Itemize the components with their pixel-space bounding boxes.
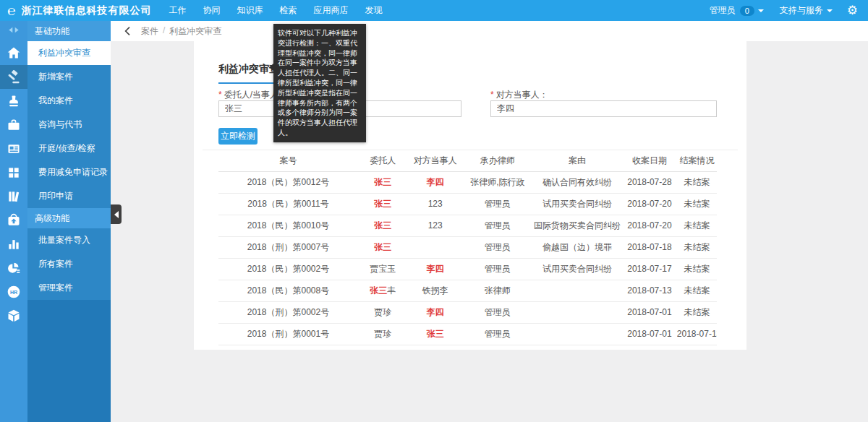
briefcase-icon[interactable] [0, 113, 27, 137]
sidebar-item[interactable]: 管理案件 [27, 276, 111, 300]
breadcrumb: 案件 / 利益冲突审查 [111, 21, 868, 41]
check-now-button[interactable]: 立即检测 [218, 128, 258, 145]
cube-icon[interactable] [0, 303, 27, 327]
sidebar-item[interactable]: 用印申请 [27, 184, 111, 208]
table-cell: 未结案 [677, 215, 717, 236]
support-label: 支持与服务 [780, 4, 823, 17]
table-cell: 贾珍 [358, 323, 408, 345]
table-cell: 2018-07-20 [622, 193, 677, 215]
hr-icon[interactable]: HR [0, 280, 27, 303]
sidebar-collapse-handle[interactable] [111, 204, 122, 224]
topbar: ℮ 浙江律联信息科技有限公司 工作协同知识库检索应用商店发现 管理员 0 支持与… [0, 0, 868, 21]
table-row[interactable]: 2018（民）第0002号贾宝玉李四管理员试用买卖合同纠纷2018-07-17未… [218, 258, 717, 280]
table-cell: 2018-07-01 [622, 301, 677, 323]
table-cell: 张三 [358, 193, 408, 215]
sidebar-item[interactable]: 费用减免申请记录 [27, 160, 111, 184]
table-cell: 试用买卖合同纠纷 [532, 193, 622, 215]
logo-icon: ℮ [7, 0, 15, 21]
sidebar-section-header[interactable]: 高级功能 [27, 208, 111, 228]
sidebar-menu: 基础功能利益冲突审查新增案件我的案件咨询与代书开庭/侦查/检察费用减免申请记录用… [27, 21, 111, 422]
column-header: 委托人 [358, 150, 408, 171]
table-header-row: 案号委托人对方当事人承办律师案由收案日期结案情况 [218, 150, 717, 171]
tooltip-arrow [269, 64, 273, 71]
required-mark: * [218, 90, 222, 100]
sidebar: HR 基础功能利益冲突审查新增案件我的案件咨询与代书开庭/侦查/检察费用减免申请… [0, 21, 111, 422]
home-icon[interactable] [0, 40, 27, 65]
table-row[interactable]: 2018（民）第0011号张三123管理员试用买卖合同纠纷2018-07-20未… [218, 193, 717, 215]
table-cell [532, 301, 622, 323]
stamp-icon[interactable] [0, 89, 27, 113]
table-cell: 未结案 [677, 171, 717, 193]
gear-icon[interactable]: ⚙ [847, 0, 858, 21]
table-cell: 2018（民）第0002号 [218, 258, 358, 280]
opposing-party-field-label: *对方当事人： [490, 89, 548, 101]
info-tooltip: 软件可对以下几种利益冲突进行检测：一、双重代理型利益冲突，同一律师在同一案件中为… [273, 24, 366, 142]
required-mark: * [490, 90, 494, 100]
table-row[interactable]: 2018（民）第0008号张三丰铁拐李张律师2018-07-13未结案 [218, 280, 717, 301]
topbar-menu: 工作协同知识库检索应用商店发现 [166, 0, 385, 21]
sidebar-item[interactable]: 我的案件 [27, 89, 111, 113]
table-cell: 管理员 [463, 323, 532, 345]
sidebar-item[interactable]: 利益冲突审查 [27, 41, 111, 65]
table-cell: 2018-07-20 [622, 215, 677, 236]
idcard-icon[interactable] [0, 137, 27, 160]
table-cell: 试用买卖合同纠纷 [532, 258, 622, 280]
opposing-party-input[interactable] [490, 100, 717, 117]
table-cell: 未结案 [677, 301, 717, 323]
sidebar-item[interactable]: 批量案件导入 [27, 228, 111, 252]
topbar-menu-item[interactable]: 检索 [276, 0, 299, 21]
books-icon[interactable] [0, 184, 27, 208]
table-cell: 管理员 [463, 301, 532, 323]
table-cell: 2018（民）第0010号 [218, 215, 358, 236]
user-name: 管理员 [710, 4, 736, 17]
sidebar-item[interactable]: 咨询与代书 [27, 113, 111, 137]
topbar-menu-item[interactable]: 工作 [166, 0, 189, 21]
table-row[interactable]: 2018（刑）第0007号张三管理员偷越国（边）境罪2018-07-18未结案 [218, 236, 717, 258]
svg-text:HR: HR [10, 289, 17, 295]
topbar-menu-item[interactable]: 发现 [362, 0, 385, 21]
table-cell [532, 280, 622, 301]
bar-chart-icon[interactable] [0, 232, 27, 256]
table-cell: 2018（刑）第0007号 [218, 236, 358, 258]
sidebar-item[interactable]: 所有案件 [27, 252, 111, 276]
company-title: 浙江律联信息科技有限公司 [21, 4, 151, 17]
chevron-left-icon [114, 211, 119, 218]
topbar-right: 管理员 0 支持与服务 ⚙ [710, 0, 858, 21]
topbar-menu-item[interactable]: 应用商店 [310, 0, 351, 21]
back-chevron-icon[interactable] [122, 25, 134, 37]
topbar-menu-item[interactable]: 协同 [200, 0, 223, 21]
table-cell [408, 236, 463, 258]
table-cell [532, 323, 622, 345]
pie-report-icon[interactable] [0, 256, 27, 280]
table-cell: 未结案 [677, 193, 717, 215]
table-cell: 2018-07-01 [622, 323, 677, 345]
collapse-icon[interactable] [0, 21, 27, 40]
sidebar-section-header[interactable]: 基础功能 [27, 21, 111, 41]
grid-icon[interactable] [0, 160, 27, 184]
support-menu[interactable]: 支持与服务 [780, 4, 833, 17]
sidebar-item[interactable]: 开庭/侦查/检察 [27, 137, 111, 160]
table-cell: 未结案 [677, 258, 717, 280]
table-cell: 2018-07-13 [622, 280, 677, 301]
table-row[interactable]: 2018（民）第0012号张三李四张律师,陈行政确认合同有效纠纷2018-07-… [218, 171, 717, 193]
table-cell: 张律师,陈行政 [463, 171, 532, 193]
table-row[interactable]: 2018（民）第0010号张三123管理员国际货物买卖合同纠纷2018-07-2… [218, 215, 717, 236]
table-cell: 未结案 [677, 236, 717, 258]
table-cell: 管理员 [463, 215, 532, 236]
table-cell: 李四 [408, 258, 463, 280]
table-row[interactable]: 2018（刑）第0002号贾珍李四管理员2018-07-01未结案 [218, 301, 717, 323]
table-cell: 管理员 [463, 193, 532, 215]
table-cell: 偷越国（边）境罪 [532, 236, 622, 258]
topbar-menu-item[interactable]: 知识库 [234, 0, 265, 21]
sidebar-item[interactable]: 新增案件 [27, 65, 111, 89]
breadcrumb-page: 利益冲突审查 [169, 25, 221, 38]
table-row[interactable]: 2018（刑）第0001号贾珍张三管理员2018-07-012018-07-13 [218, 323, 717, 345]
table-body: 2018（民）第0012号张三李四张律师,陈行政确认合同有效纠纷2018-07-… [218, 171, 717, 345]
upload-box-icon[interactable] [0, 208, 27, 232]
sidebar-icon-rail: HR [0, 21, 27, 422]
tab-active-underline [218, 82, 282, 84]
gavel-icon[interactable] [0, 65, 27, 89]
breadcrumb-section[interactable]: 案件 [141, 25, 158, 38]
column-header: 收案日期 [622, 150, 677, 171]
user-menu[interactable]: 管理员 0 [710, 4, 764, 17]
